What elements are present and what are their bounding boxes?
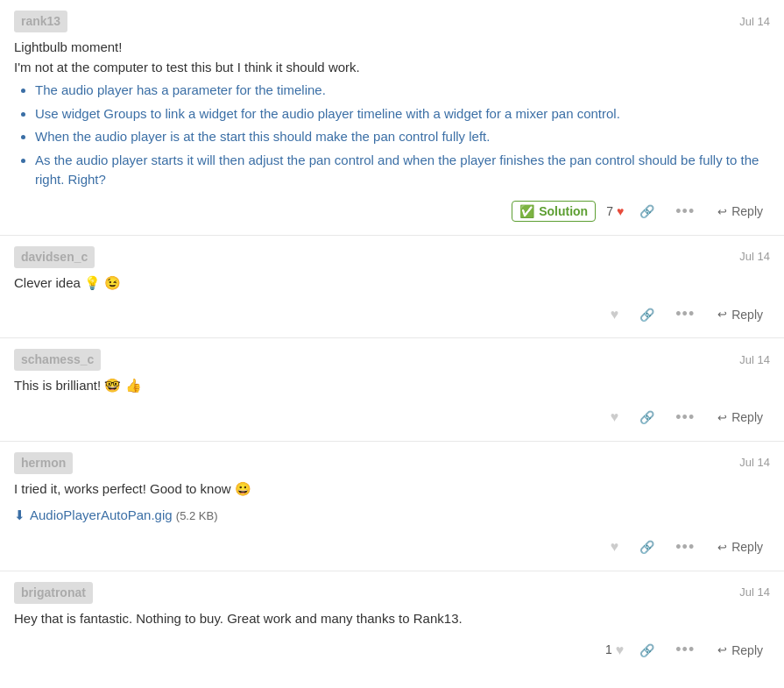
post-3-line-1: This is brilliant! 🤓 👍 bbox=[14, 376, 770, 396]
post-3-username: schamess_c bbox=[14, 349, 101, 371]
post-3-header: schamess_c Jul 14 bbox=[14, 349, 770, 371]
reply-arrow-icon: ↩ bbox=[717, 205, 727, 218]
solution-check-icon: ✅ bbox=[519, 204, 534, 218]
reply-arrow-icon: ↩ bbox=[717, 541, 727, 554]
post-4-date: Jul 14 bbox=[739, 454, 770, 472]
post-1-bullet-2: Use widget Groups to link a widget for t… bbox=[35, 104, 770, 124]
post-2-link-button[interactable]: 🔗 bbox=[634, 304, 660, 325]
post-5: brigatronat Jul 14 Hey that is fantastic… bbox=[0, 571, 784, 674]
post-1-bullet-3: When the audio player is at the start th… bbox=[35, 127, 770, 147]
post-5-date: Jul 14 bbox=[739, 584, 770, 601]
heart-outline-icon: ♥ bbox=[611, 539, 619, 555]
dots-icon: ••• bbox=[675, 538, 695, 557]
dots-icon: ••• bbox=[675, 641, 695, 659]
heart-outline-icon: ♥ bbox=[611, 409, 619, 425]
post-4-actions: ♥ 🔗 ••• ↩ Reply bbox=[14, 535, 770, 560]
link-icon: 🔗 bbox=[639, 204, 654, 218]
reply-arrow-icon: ↩ bbox=[717, 411, 727, 424]
post-1-date: Jul 14 bbox=[739, 13, 770, 31]
post-5-link-button[interactable]: 🔗 bbox=[634, 640, 660, 661]
post-5-reply-button[interactable]: ↩ Reply bbox=[710, 640, 770, 661]
dots-icon: ••• bbox=[675, 305, 695, 323]
link-icon: 🔗 bbox=[639, 308, 654, 322]
post-1-likes: 7 ♥ bbox=[606, 202, 624, 221]
post-1-reply-button[interactable]: ↩ Reply bbox=[710, 201, 770, 222]
post-3-date: Jul 14 bbox=[739, 351, 770, 369]
link-icon: 🔗 bbox=[639, 643, 654, 657]
post-1-reply-label: Reply bbox=[731, 204, 763, 218]
post-1: rank13 Jul 14 Lightbulb moment! I'm not … bbox=[0, 0, 784, 236]
post-1-link-button[interactable]: 🔗 bbox=[634, 201, 660, 222]
post-4-download-link[interactable]: ⬇ AudioPlayerAutoPan.gig bbox=[14, 506, 173, 526]
post-1-actions: ✅ Solution 7 ♥ 🔗 ••• ↩ Reply bbox=[14, 199, 770, 224]
post-3-like-button[interactable]: ♥ bbox=[605, 406, 625, 429]
post-4-username: hermon bbox=[14, 452, 73, 474]
post-4-reply-label: Reply bbox=[731, 540, 763, 554]
post-4-file-row: ⬇ AudioPlayerAutoPan.gig (5.2 KB) bbox=[14, 506, 770, 526]
heart-outline-icon: ♥ bbox=[611, 307, 619, 323]
post-4-file-name: AudioPlayerAutoPan.gig bbox=[30, 506, 173, 526]
post-1-like-count: 7 bbox=[606, 202, 613, 221]
post-5-header: brigatronat Jul 14 bbox=[14, 582, 770, 604]
post-2-like-button[interactable]: ♥ bbox=[605, 303, 625, 326]
post-4-content: I tried it, works perfect! Good to know … bbox=[14, 479, 770, 526]
post-1-content: Lightbulb moment! I'm not at the compute… bbox=[14, 38, 770, 190]
dots-icon: ••• bbox=[675, 202, 695, 221]
solution-label: Solution bbox=[539, 204, 588, 218]
post-4: hermon Jul 14 I tried it, works perfect!… bbox=[0, 442, 784, 571]
post-3-more-button[interactable]: ••• bbox=[670, 405, 700, 430]
post-5-username: brigatronat bbox=[14, 582, 93, 604]
link-icon: 🔗 bbox=[639, 540, 654, 554]
heart-icon: ♥ bbox=[617, 202, 624, 221]
post-3-actions: ♥ 🔗 ••• ↩ Reply bbox=[14, 405, 770, 430]
post-4-line-1: I tried it, works perfect! Good to know … bbox=[14, 479, 770, 500]
download-icon: ⬇ bbox=[14, 506, 25, 526]
post-3-reply-button[interactable]: ↩ Reply bbox=[710, 407, 770, 428]
post-5-count: 1 bbox=[605, 641, 612, 659]
post-4-header: hermon Jul 14 bbox=[14, 452, 770, 474]
post-5-content: Hey that is fantastic. Nothing to buy. G… bbox=[14, 609, 770, 629]
post-3-reply-label: Reply bbox=[731, 410, 763, 424]
link-icon: 🔗 bbox=[639, 410, 654, 424]
post-5-more-button[interactable]: ••• bbox=[670, 637, 700, 663]
post-2-line-1: Clever idea 💡 😉 bbox=[14, 273, 770, 294]
post-1-bullets: The audio player has a parameter for the… bbox=[35, 81, 770, 190]
post-4-link-button[interactable]: 🔗 bbox=[634, 536, 660, 557]
post-1-more-button[interactable]: ••• bbox=[670, 199, 700, 224]
post-2-reply-label: Reply bbox=[731, 308, 763, 322]
reply-arrow-icon: ↩ bbox=[717, 308, 727, 321]
post-3-link-button[interactable]: 🔗 bbox=[634, 407, 660, 428]
post-1-bullet-4: As the audio player starts it will then … bbox=[35, 151, 770, 190]
post-1-bullet-1: The audio player has a parameter for the… bbox=[35, 81, 770, 101]
post-2: davidsen_c Jul 14 Clever idea 💡 😉 ♥ 🔗 ••… bbox=[0, 236, 784, 339]
post-2-more-button[interactable]: ••• bbox=[670, 301, 700, 327]
post-4-more-button[interactable]: ••• bbox=[670, 535, 700, 560]
post-2-actions: ♥ 🔗 ••• ↩ Reply bbox=[14, 301, 770, 327]
post-5-line-1: Hey that is fantastic. Nothing to buy. G… bbox=[14, 609, 770, 629]
post-2-content: Clever idea 💡 😉 bbox=[14, 273, 770, 294]
post-4-like-button[interactable]: ♥ bbox=[605, 536, 625, 558]
post-5-actions: 1 ♥ 🔗 ••• ↩ Reply bbox=[14, 637, 770, 663]
post-5-vote-count: 1 ♥ bbox=[605, 640, 624, 661]
post-5-reply-label: Reply bbox=[731, 643, 763, 657]
post-1-line-1: Lightbulb moment! bbox=[14, 38, 770, 58]
post-3: schamess_c Jul 14 This is brilliant! 🤓 👍… bbox=[0, 338, 784, 442]
post-1-username: rank13 bbox=[14, 11, 67, 32]
dots-icon: ••• bbox=[675, 408, 695, 427]
heart-outline-icon: ♥ bbox=[616, 640, 625, 661]
post-2-username: davidsen_c bbox=[14, 246, 95, 268]
reply-arrow-icon: ↩ bbox=[717, 643, 727, 656]
solution-badge[interactable]: ✅ Solution bbox=[512, 201, 596, 222]
post-2-header: davidsen_c Jul 14 bbox=[14, 246, 770, 268]
post-2-reply-button[interactable]: ↩ Reply bbox=[710, 304, 770, 325]
post-1-header: rank13 Jul 14 bbox=[14, 11, 770, 32]
post-4-file-size: (5.2 KB) bbox=[176, 509, 218, 522]
post-2-date: Jul 14 bbox=[739, 248, 770, 266]
post-1-line-2: I'm not at the computer to test this but… bbox=[14, 58, 770, 78]
post-4-reply-button[interactable]: ↩ Reply bbox=[710, 536, 770, 557]
post-3-content: This is brilliant! 🤓 👍 bbox=[14, 376, 770, 396]
